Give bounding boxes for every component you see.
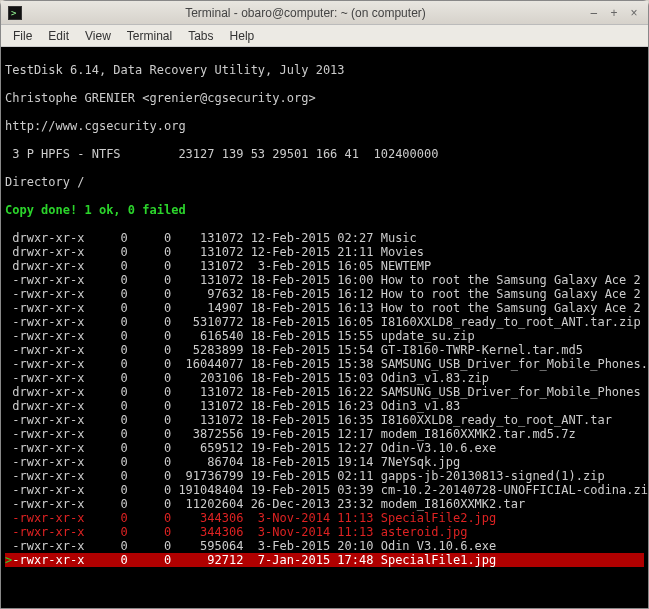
file-row[interactable]: -rwxr-xr-x 0 0 5310772 18-Feb-2015 16:05… xyxy=(5,315,644,329)
file-row[interactable]: -rwxr-xr-x 0 0 191048404 19-Feb-2015 03:… xyxy=(5,483,644,497)
file-row[interactable]: -rwxr-xr-x 0 0 86704 18-Feb-2015 19:14 7… xyxy=(5,455,644,469)
file-row[interactable]: >-rwxr-xr-x 0 0 92712 7-Jan-2015 17:48 S… xyxy=(5,553,644,567)
file-row[interactable]: drwxr-xr-x 0 0 131072 3-Feb-2015 16:05 N… xyxy=(5,259,644,273)
file-row[interactable]: -rwxr-xr-x 0 0 5283899 18-Feb-2015 15:54… xyxy=(5,343,644,357)
blank-line xyxy=(5,581,644,595)
copy-status-line: Copy done! 1 ok, 0 failed xyxy=(5,203,644,217)
menubar: FileEditViewTerminalTabsHelp xyxy=(1,25,648,47)
file-row[interactable]: -rwxr-xr-x 0 0 97632 18-Feb-2015 16:12 H… xyxy=(5,287,644,301)
file-row[interactable]: -rwxr-xr-x 0 0 616540 18-Feb-2015 15:55 … xyxy=(5,329,644,343)
menu-terminal[interactable]: Terminal xyxy=(119,27,180,45)
directory-line: Directory / xyxy=(5,175,644,189)
svg-text:>: > xyxy=(11,8,17,18)
file-row[interactable]: drwxr-xr-x 0 0 131072 18-Feb-2015 16:23 … xyxy=(5,399,644,413)
file-row[interactable]: -rwxr-xr-x 0 0 131072 18-Feb-2015 16:00 … xyxy=(5,273,644,287)
menu-tabs[interactable]: Tabs xyxy=(180,27,221,45)
terminal-content[interactable]: TestDisk 6.14, Data Recovery Utility, Ju… xyxy=(1,47,648,608)
file-list[interactable]: drwxr-xr-x 0 0 131072 12-Feb-2015 02:27 … xyxy=(5,231,644,567)
url-line: http://www.cgsecurity.org xyxy=(5,119,644,133)
file-row[interactable]: -rwxr-xr-x 0 0 14907 18-Feb-2015 16:13 H… xyxy=(5,301,644,315)
file-row[interactable]: -rwxr-xr-x 0 0 344306 3-Nov-2014 11:13 S… xyxy=(5,511,644,525)
titlebar[interactable]: > Terminal - obaro@computer: ~ (on compu… xyxy=(1,1,648,25)
file-row[interactable]: -rwxr-xr-x 0 0 16044077 18-Feb-2015 15:3… xyxy=(5,357,644,371)
menu-help[interactable]: Help xyxy=(222,27,263,45)
file-row[interactable]: -rwxr-xr-x 0 0 595064 3-Feb-2015 20:10 O… xyxy=(5,539,644,553)
partition-line: 3 P HPFS - NTFS 23127 139 53 29501 166 4… xyxy=(5,147,644,161)
terminal-icon: > xyxy=(7,5,23,21)
file-row[interactable]: drwxr-xr-x 0 0 131072 12-Feb-2015 02:27 … xyxy=(5,231,644,245)
file-row[interactable]: drwxr-xr-x 0 0 131072 18-Feb-2015 16:22 … xyxy=(5,385,644,399)
file-row[interactable]: -rwxr-xr-x 0 0 659512 19-Feb-2015 12:27 … xyxy=(5,441,644,455)
file-row[interactable]: -rwxr-xr-x 0 0 11202604 26-Dec-2013 23:3… xyxy=(5,497,644,511)
app-header-line: TestDisk 6.14, Data Recovery Utility, Ju… xyxy=(5,63,644,77)
file-row[interactable]: drwxr-xr-x 0 0 131072 12-Feb-2015 21:11 … xyxy=(5,245,644,259)
file-row[interactable]: -rwxr-xr-x 0 0 203106 18-Feb-2015 15:03 … xyxy=(5,371,644,385)
file-row[interactable]: -rwxr-xr-x 0 0 3872556 19-Feb-2015 12:17… xyxy=(5,427,644,441)
maximize-button[interactable]: + xyxy=(606,5,622,21)
menu-file[interactable]: File xyxy=(5,27,40,45)
minimize-button[interactable]: ‒ xyxy=(586,5,602,21)
file-row[interactable]: -rwxr-xr-x 0 0 91736799 19-Feb-2015 02:1… xyxy=(5,469,644,483)
author-line: Christophe GRENIER <grenier@cgsecurity.o… xyxy=(5,91,644,105)
menu-edit[interactable]: Edit xyxy=(40,27,77,45)
close-button[interactable]: × xyxy=(626,5,642,21)
terminal-window: > Terminal - obaro@computer: ~ (on compu… xyxy=(0,0,649,609)
file-row[interactable]: -rwxr-xr-x 0 0 344306 3-Nov-2014 11:13 a… xyxy=(5,525,644,539)
file-row[interactable]: -rwxr-xr-x 0 0 131072 18-Feb-2015 16:35 … xyxy=(5,413,644,427)
window-title: Terminal - obaro@computer: ~ (on compute… xyxy=(29,6,582,20)
menu-view[interactable]: View xyxy=(77,27,119,45)
